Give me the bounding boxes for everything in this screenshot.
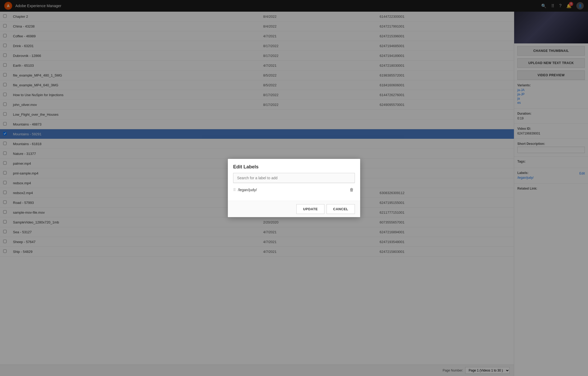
modal-overlay: Edit Labels ⠿ /legan/judy/ 🗑 UPDATE CANC… <box>0 0 588 376</box>
cancel-button[interactable]: CANCEL <box>327 204 355 214</box>
drag-handle-icon: ⠿ <box>233 188 236 192</box>
modal-title: Edit Labels <box>228 159 360 173</box>
modal-body: ⠿ /legan/judy/ 🗑 <box>228 173 360 201</box>
label-item: ⠿ /legan/judy/ 🗑 <box>233 183 355 196</box>
label-search-input[interactable] <box>233 173 355 183</box>
update-button[interactable]: UPDATE <box>296 204 324 214</box>
delete-label-button[interactable]: 🗑 <box>349 186 355 193</box>
modal-footer: UPDATE CANCEL <box>228 201 360 217</box>
edit-labels-modal: Edit Labels ⠿ /legan/judy/ 🗑 UPDATE CANC… <box>228 159 360 217</box>
label-item-text: /legan/judy/ <box>238 188 346 192</box>
